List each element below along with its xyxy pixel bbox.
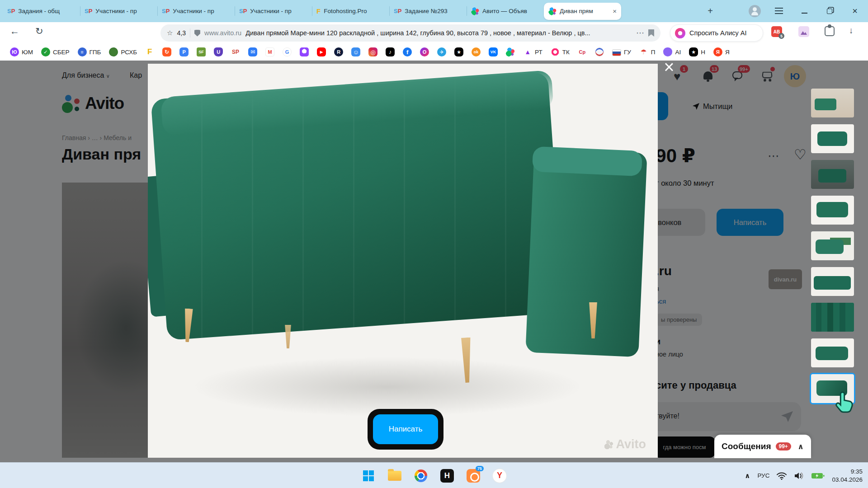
browser-tab[interactable]: SP Задания - общ (3, 0, 80, 22)
chrome-button[interactable] (412, 467, 430, 485)
bookmark-item[interactable]: ♪ (386, 47, 395, 56)
chrome-icon (415, 469, 427, 482)
window-restore-button[interactable] (819, 0, 840, 22)
bookmark-item[interactable]: ✓ СБЕР (41, 47, 70, 56)
file-explorer-button[interactable] (386, 467, 404, 485)
downloads-icon[interactable]: ↓ (849, 26, 854, 36)
back-button[interactable]: ← (10, 26, 19, 37)
bookmark-icon: Ср (578, 47, 587, 56)
bookmark-item[interactable]: Ю ЮМ (10, 47, 33, 56)
gallery-thumbnail[interactable] (811, 160, 854, 189)
gallery-thumbnail[interactable] (811, 124, 854, 153)
battery-icon[interactable] (811, 472, 825, 479)
bookmark-icon: G (283, 47, 292, 56)
browser-tab[interactable]: Авито — Объяв (467, 0, 544, 22)
reload-button[interactable]: ↻ (35, 26, 43, 37)
browser-tab[interactable]: SP Участники - пр (157, 0, 235, 22)
gallery-thumbnail[interactable] (811, 196, 854, 225)
bookmark-item[interactable]: SP (231, 47, 240, 56)
h-app-button[interactable]: H (438, 467, 456, 485)
browser-tab[interactable]: SP Задание №293 (389, 0, 467, 22)
modal-write-button[interactable]: Написать (373, 414, 438, 444)
bookmark-item[interactable] (595, 47, 604, 56)
bookmark-item[interactable] (506, 47, 515, 56)
new-tab-button[interactable]: + (703, 5, 717, 18)
chevron-up-icon[interactable]: ∧ (797, 442, 804, 451)
bookmark-item[interactable]: F (145, 47, 154, 56)
security-shield-icon[interactable] (194, 30, 200, 37)
bookmark-item[interactable]: O (420, 47, 429, 56)
bookmark-item[interactable]: U (214, 47, 223, 56)
start-button[interactable] (359, 467, 377, 485)
browser-tab[interactable]: SP Участники - пр (80, 0, 157, 22)
bookmark-item[interactable]: SF (197, 47, 206, 56)
bookmark-item[interactable]: ★ (454, 47, 463, 56)
gallery-thumbnail[interactable] (811, 231, 854, 260)
tab-title: Участники - пр (95, 8, 148, 14)
volume-icon[interactable] (794, 472, 804, 480)
tab-favicon: SP (85, 8, 92, 14)
write-button-container: Написать (368, 409, 443, 450)
bookmark-item[interactable]: ▲ РТ (523, 47, 542, 56)
bookmark-item[interactable]: ☺ (351, 47, 360, 56)
bookmark-item[interactable]: ▶ (317, 47, 326, 56)
windows-taskbar: H 75 Y ∧ РУС 9:35 03.04.2026 (0, 462, 868, 488)
language-indicator[interactable]: РУС (757, 472, 769, 479)
bookmark-item[interactable]: f (403, 47, 412, 56)
gallery-thumbnail[interactable] (811, 89, 854, 117)
bookmark-icon: ☂ (639, 47, 648, 56)
address-bar[interactable]: ☆ 4,3 www.avito.ru Диван прямой Маре-мин… (160, 24, 660, 42)
gallery-thumbnail[interactable] (811, 303, 854, 332)
browser-menu-icon[interactable] (775, 8, 783, 9)
gallery-thumbnail[interactable] (811, 338, 854, 367)
bookmark-item[interactable] (300, 47, 309, 56)
taskbar-clock[interactable]: 9:35 03.04.2026 (832, 468, 863, 483)
alice-ai-button[interactable]: Спросить Алису AI (670, 24, 763, 42)
bookmark-item[interactable]: Я Я (713, 47, 730, 56)
desktop-screen: SP Задания - общ SP Участники - пр SP Уч… (0, 0, 868, 488)
bookmark-item[interactable]: ✉ (248, 47, 257, 56)
bookmark-item[interactable]: ↻ (162, 47, 171, 56)
window-minimize-button[interactable] (794, 0, 815, 22)
bookmark-item[interactable]: M (265, 47, 274, 56)
bookmark-flag-icon[interactable] (648, 29, 654, 37)
extensions-puzzle-icon[interactable] (825, 26, 835, 36)
modal-close-icon[interactable]: × (659, 58, 679, 78)
bookmark-item[interactable]: ok (472, 47, 481, 56)
bookmark-item[interactable]: R (334, 47, 343, 56)
browser-tab[interactable]: SP Участники - пр (235, 0, 312, 22)
bookmark-item[interactable]: AI (663, 47, 681, 56)
bookmark-item[interactable]: ★ Н (689, 47, 705, 56)
orange-app-button[interactable]: 75 (464, 467, 482, 485)
bookmark-item[interactable]: Р (179, 47, 189, 56)
messages-panel[interactable]: Сообщения 99+ ∧ (714, 435, 811, 458)
wifi-icon[interactable] (777, 472, 787, 480)
bookmark-item[interactable]: ГУ (612, 48, 631, 56)
hand-cursor (833, 389, 858, 415)
bookmark-item[interactable]: Ср (578, 47, 587, 56)
bookmark-item[interactable]: ◎ (368, 47, 377, 56)
gallery-thumbnail[interactable] (811, 267, 854, 296)
bookmark-item[interactable]: ТК (551, 47, 570, 56)
bookmark-item[interactable]: ≡ ГПБ (78, 47, 101, 56)
screenshot-extension-icon[interactable] (798, 26, 809, 37)
browser-tab[interactable]: F Fotohosting.Pro (312, 0, 389, 22)
bookmark-label: ЮМ (22, 49, 33, 56)
clock-date: 03.04.2026 (832, 476, 863, 484)
address-more-icon[interactable]: ⋯ (636, 28, 644, 38)
tab-close-icon[interactable]: × (611, 7, 617, 15)
adblock-extension-icon[interactable]: AB5 (771, 26, 782, 37)
bookmark-item[interactable]: G (283, 47, 292, 56)
avito-watermark: Avito (604, 437, 646, 451)
bookmark-item[interactable]: РСХБ (109, 47, 137, 56)
bookmark-item[interactable]: ✈ (437, 47, 446, 56)
bookmark-item[interactable]: VK (489, 47, 498, 56)
browser-profile-avatar[interactable] (749, 5, 761, 17)
browser-tab[interactable]: Диван прям × (544, 3, 621, 20)
adblock-badge: 5 (778, 33, 784, 39)
rating-star-icon[interactable]: ☆ (167, 29, 173, 37)
window-close-button[interactable]: × (844, 0, 865, 22)
hidden-icons-chevron[interactable]: ∧ (745, 472, 750, 480)
yandex-browser-button[interactable]: Y (491, 467, 509, 485)
bookmark-item[interactable]: ☂ П (639, 47, 656, 56)
